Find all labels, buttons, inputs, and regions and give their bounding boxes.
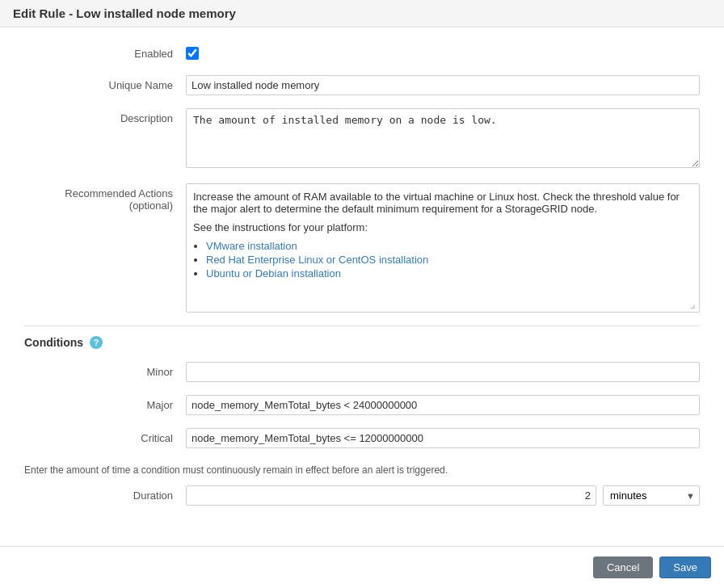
minor-input[interactable] — [186, 362, 700, 382]
recommended-actions-field: Increase the amount of RAM available to … — [186, 183, 700, 313]
enabled-label: Enabled — [24, 44, 186, 60]
duration-unit-select[interactable]: minutes hours days — [603, 485, 700, 506]
minor-label: Minor — [24, 362, 186, 378]
unique-name-label: Unique Name — [24, 75, 186, 91]
duration-input[interactable] — [186, 485, 596, 506]
duration-label: Duration — [24, 489, 186, 502]
enabled-checkbox[interactable] — [186, 47, 199, 60]
redhat-link[interactable]: Red Hat Enterprise Linux or CentOS insta… — [206, 254, 428, 266]
vmware-link[interactable]: VMware installation — [206, 240, 297, 252]
major-label: Major — [24, 395, 186, 411]
description-label: Description — [24, 108, 186, 124]
recommended-label: Recommended Actions (optional) — [24, 183, 186, 212]
recommended-links-list: VMware installation Red Hat Enterprise L… — [206, 240, 692, 279]
critical-input[interactable] — [186, 428, 700, 448]
recommended-text2: See the instructions for your platform: — [193, 221, 692, 233]
save-button[interactable]: Save — [659, 556, 711, 578]
major-input[interactable] — [186, 395, 700, 415]
critical-label: Critical — [24, 428, 186, 444]
conditions-help-icon[interactable]: ? — [90, 336, 103, 349]
button-bar: Cancel Save — [0, 546, 724, 588]
ubuntu-link[interactable]: Ubuntu or Debian installation — [206, 267, 341, 279]
duration-note: Enter the amount of time a condition mus… — [24, 464, 700, 476]
unique-name-input[interactable] — [186, 75, 700, 95]
page-title: Edit Rule - Low installed node memory — [0, 0, 724, 27]
cancel-button[interactable]: Cancel — [593, 556, 653, 578]
recommended-text1: Increase the amount of RAM available to … — [193, 191, 692, 215]
conditions-title: Conditions — [24, 336, 83, 349]
section-divider — [24, 326, 700, 326]
description-textarea[interactable]: The amount of installed memory on a node… — [186, 108, 700, 168]
